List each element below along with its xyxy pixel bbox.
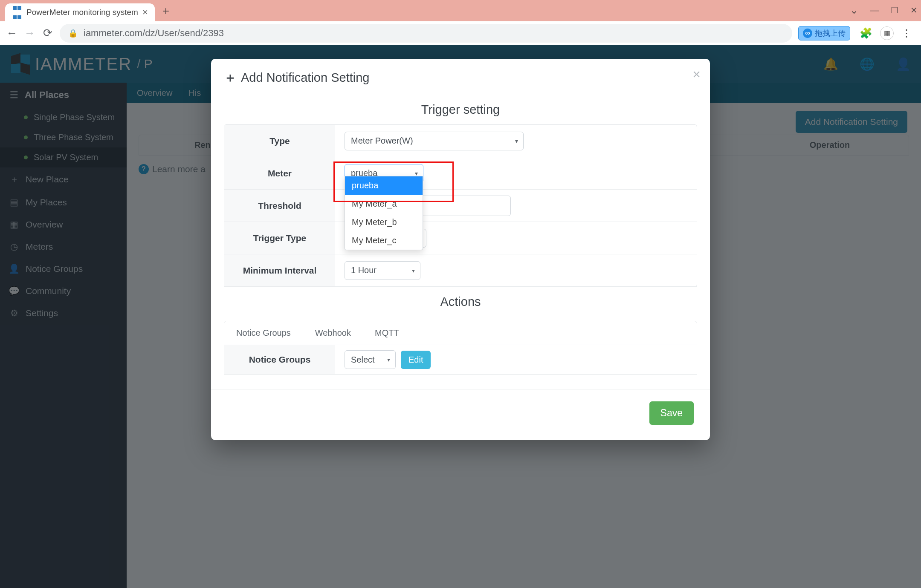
meter-option[interactable]: prueba [345, 176, 423, 195]
chevron-down-icon: ▾ [515, 138, 518, 144]
meter-option[interactable]: My Meter_c [345, 231, 423, 250]
select-notice-groups[interactable]: Select▾ [345, 350, 396, 369]
tab-notice-groups[interactable]: Notice Groups [224, 321, 303, 345]
extension-icons: 🧩 ▦ ⋮ [856, 26, 915, 40]
actions-section-title: Actions [211, 287, 710, 317]
modal-title: ＋ Add Notification Setting [211, 59, 710, 95]
close-icon[interactable]: × [142, 7, 148, 18]
action-tabs: Notice Groups Webhook MQTT [224, 321, 697, 345]
select-type[interactable]: Meter Power(W)▾ [345, 132, 524, 150]
extension-item-icon[interactable]: ▦ [880, 26, 894, 40]
select-min-interval[interactable]: 1 Hour▾ [345, 261, 420, 280]
browser-tab[interactable]: PowerMeter monitoring system × [5, 3, 155, 21]
browser-toolbar: ← → ⟳ 🔒 iammeter.com/dz/User/send/2393 ∞… [0, 21, 921, 45]
save-button[interactable]: Save [649, 401, 694, 425]
back-button[interactable]: ← [6, 27, 18, 39]
label-notice-groups: Notice Groups [224, 345, 335, 374]
cloud-icon: ∞ [803, 29, 812, 38]
lock-icon: 🔒 [68, 29, 78, 38]
edit-button[interactable]: Edit [401, 351, 431, 369]
tab-webhook[interactable]: Webhook [303, 321, 363, 345]
new-tab-button[interactable]: + [155, 4, 175, 21]
app-viewport: IAMMETER / P 🔔 🌐 👤 ☰ All Places [0, 45, 921, 588]
add-notification-modal: ＋ Add Notification Setting × Trigger set… [211, 59, 710, 440]
maximize-icon[interactable]: ☐ [891, 5, 898, 15]
chevron-down-icon[interactable]: ⌄ [850, 4, 858, 16]
browser-menu-icon[interactable]: ⋮ [901, 27, 912, 39]
close-window-icon[interactable]: ✕ [910, 5, 918, 15]
label-threshold: Threshold [224, 190, 335, 222]
label-trigger-type: Trigger Type [224, 222, 335, 254]
forward-button[interactable]: → [24, 27, 36, 39]
trigger-section-title: Trigger setting [211, 95, 710, 124]
chevron-down-icon: ▾ [387, 356, 390, 363]
tab-favicon [12, 7, 22, 17]
meter-option[interactable]: My Meter_b [345, 213, 423, 231]
tab-title: PowerMeter monitoring system [26, 8, 138, 17]
modal-overlay: ＋ Add Notification Setting × Trigger set… [0, 45, 921, 588]
chevron-down-icon: ▾ [412, 267, 415, 274]
meter-dropdown: prueba My Meter_a My Meter_b My Meter_c [345, 176, 423, 250]
address-bar[interactable]: 🔒 iammeter.com/dz/User/send/2393 [60, 24, 792, 43]
extensions-icon[interactable]: 🧩 [860, 27, 872, 39]
extension-badge[interactable]: ∞ 拖拽上传 [798, 26, 850, 40]
plus-icon: ＋ [224, 69, 237, 86]
modal-close-button[interactable]: × [692, 66, 701, 82]
url-text: iammeter.com/dz/User/send/2393 [84, 28, 224, 39]
trigger-form: Type Meter Power(W)▾ Meter prueba▾ [224, 124, 697, 287]
window-controls: ⌄ — ☐ ✕ [850, 4, 918, 16]
browser-tab-strip: PowerMeter monitoring system × + ⌄ — ☐ ✕ [0, 0, 921, 21]
label-type: Type [224, 125, 335, 157]
minimize-icon[interactable]: — [870, 6, 879, 15]
reload-button[interactable]: ⟳ [42, 27, 54, 39]
browser-chrome: PowerMeter monitoring system × + ⌄ — ☐ ✕… [0, 0, 921, 588]
extension-badge-text: 拖拽上传 [815, 28, 846, 38]
label-min-interval: Minimum Interval [224, 254, 335, 286]
label-meter: Meter [224, 157, 335, 189]
meter-option[interactable]: My Meter_a [345, 195, 423, 213]
tab-mqtt[interactable]: MQTT [363, 321, 411, 345]
